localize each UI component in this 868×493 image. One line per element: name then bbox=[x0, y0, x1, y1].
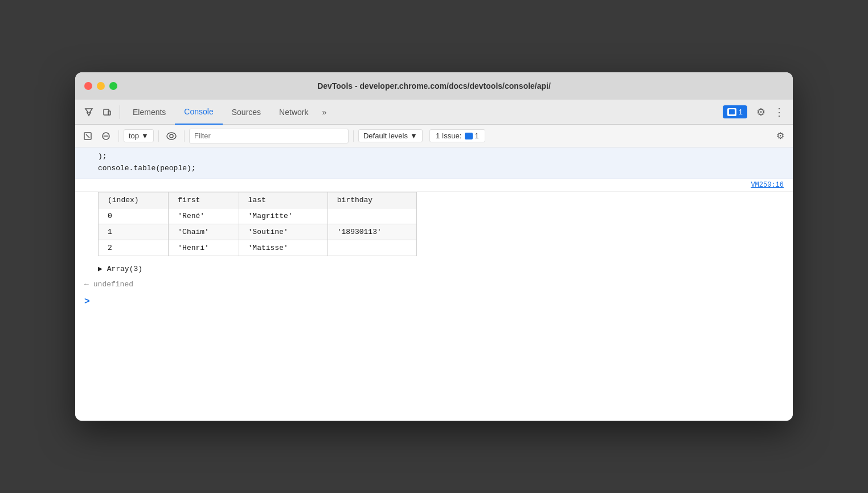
col-header-birthday: birthday bbox=[327, 192, 416, 208]
tab-network[interactable]: Network bbox=[270, 100, 317, 125]
cell-first: 'René' bbox=[169, 208, 239, 224]
array-expand-button[interactable]: ▶ Array(3) bbox=[75, 261, 793, 277]
dropdown-arrow-icon: ▼ bbox=[141, 132, 149, 140]
inspect-icon[interactable] bbox=[80, 103, 98, 121]
filter-input[interactable] bbox=[189, 129, 349, 143]
cell-first: 'Henri' bbox=[169, 240, 239, 256]
code-line-1: ); bbox=[98, 151, 784, 163]
col-header-index: (index) bbox=[99, 192, 169, 208]
toolbar-separator-4 bbox=[353, 130, 354, 142]
cell-index: 0 bbox=[99, 208, 169, 224]
tab-elements[interactable]: Elements bbox=[124, 100, 175, 125]
svg-point-6 bbox=[167, 133, 176, 139]
svg-point-7 bbox=[170, 134, 173, 138]
device-toggle-icon[interactable] bbox=[98, 103, 116, 121]
window-title: DevTools - developer.chrome.com/docs/dev… bbox=[317, 81, 551, 91]
vm-link[interactable]: VM250:16 bbox=[751, 181, 784, 189]
cell-birthday bbox=[327, 240, 416, 256]
messages-badge-button[interactable]: 1 bbox=[723, 105, 747, 118]
devtools-window: DevTools - developer.chrome.com/docs/dev… bbox=[75, 72, 793, 421]
more-options-icon[interactable]: ⋮ bbox=[770, 103, 788, 121]
table-row: 2'Henri''Matisse' bbox=[99, 240, 417, 256]
issues-button[interactable]: 1 Issue: 1 bbox=[429, 129, 485, 142]
cell-last: 'Magritte' bbox=[239, 208, 327, 224]
devtools-tab-bar: Elements Console Sources Network » 1 ⚙ ⋮ bbox=[75, 100, 793, 125]
cell-index: 2 bbox=[99, 240, 169, 256]
cell-birthday bbox=[327, 208, 416, 224]
minimize-button[interactable] bbox=[97, 82, 105, 90]
console-settings-icon[interactable]: ⚙ bbox=[772, 128, 788, 144]
no-entry-icon[interactable] bbox=[98, 128, 114, 144]
table-row: 1'Chaim''Soutine''18930113' bbox=[99, 224, 417, 240]
vm-link-row: VM250:16 bbox=[75, 179, 793, 192]
table-header-row: (index) first last birthday bbox=[99, 192, 417, 208]
return-arrow-icon: ← bbox=[84, 280, 89, 289]
maximize-button[interactable] bbox=[109, 82, 117, 90]
tab-console[interactable]: Console bbox=[175, 100, 222, 125]
more-tabs-button[interactable]: » bbox=[317, 103, 331, 121]
cell-last: 'Matisse' bbox=[239, 240, 327, 256]
table-row: 0'René''Magritte' bbox=[99, 208, 417, 224]
traffic-lights bbox=[84, 82, 117, 90]
tab-separator bbox=[120, 105, 120, 119]
close-button[interactable] bbox=[84, 82, 92, 90]
context-selector[interactable]: top ▼ bbox=[124, 129, 154, 142]
live-expressions-icon[interactable] bbox=[163, 128, 179, 144]
log-levels-dropdown[interactable]: Default levels ▼ bbox=[358, 129, 423, 142]
cell-first: 'Chaim' bbox=[169, 224, 239, 240]
levels-dropdown-arrow-icon: ▼ bbox=[410, 132, 417, 140]
col-header-first: first bbox=[169, 192, 239, 208]
console-table: (index) first last birthday 0'René''Magr… bbox=[98, 192, 417, 256]
svg-rect-1 bbox=[108, 111, 110, 115]
toolbar-separator-3 bbox=[184, 130, 185, 142]
prompt-chevron-icon: > bbox=[84, 297, 90, 307]
console-table-wrapper: (index) first last birthday 0'René''Magr… bbox=[75, 192, 793, 261]
cell-birthday: '18930113' bbox=[327, 224, 416, 240]
svg-line-3 bbox=[86, 134, 89, 138]
issue-icon bbox=[465, 133, 473, 139]
undefined-row: ← undefined bbox=[75, 277, 793, 292]
code-line-2: console.table(people); bbox=[98, 163, 784, 175]
settings-icon[interactable]: ⚙ bbox=[752, 103, 770, 121]
title-bar: DevTools - developer.chrome.com/docs/dev… bbox=[75, 72, 793, 100]
toolbar-separator-2 bbox=[158, 130, 159, 142]
toolbar-separator-1 bbox=[118, 130, 119, 142]
cell-index: 1 bbox=[99, 224, 169, 240]
clear-console-icon[interactable] bbox=[80, 128, 96, 144]
console-toolbar: top ▼ Default levels ▼ 1 Issue: 1 ⚙ bbox=[75, 125, 793, 147]
message-icon bbox=[727, 108, 736, 116]
prompt-row[interactable]: > bbox=[75, 292, 793, 311]
cell-last: 'Soutine' bbox=[239, 224, 327, 240]
issues-badge: 1 bbox=[465, 132, 478, 140]
code-block: ); console.table(people); bbox=[75, 147, 793, 179]
col-header-last: last bbox=[239, 192, 327, 208]
console-content: ); console.table(people); VM250:16 (inde… bbox=[75, 147, 793, 421]
tab-sources[interactable]: Sources bbox=[223, 100, 270, 125]
